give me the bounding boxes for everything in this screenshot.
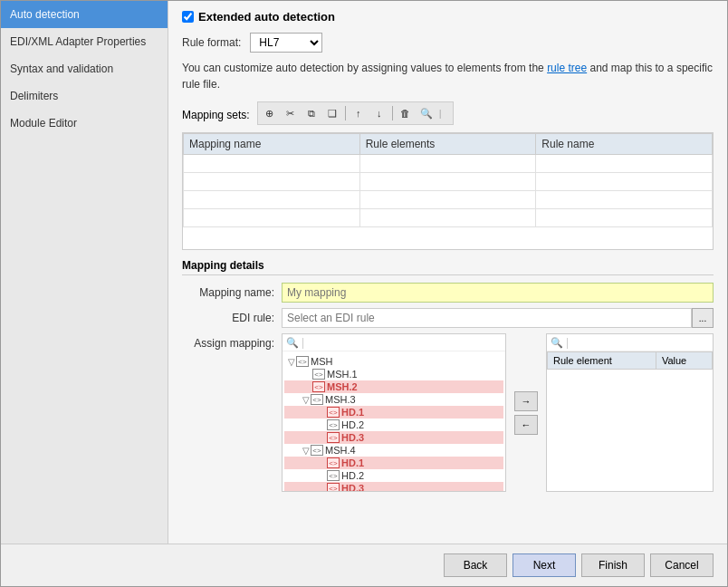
hd3-label: HD.3 (341, 432, 364, 443)
edi-rule-field: ... (282, 308, 714, 328)
hd2b-icon: <> (327, 470, 340, 481)
toolbar-sep2 (392, 106, 393, 120)
assign-mapping-row: Assign mapping: 🔍 | (182, 333, 714, 492)
rule-format-select[interactable]: HL7 X12 EDIFACT (250, 33, 322, 53)
edi-rule-row: EDI rule: ... (182, 308, 714, 328)
col-mapping-name: Mapping name (184, 134, 360, 155)
tree-search-bar: 🔍 | (283, 334, 505, 351)
assign-right-btn[interactable]: → (514, 391, 538, 411)
assign-mapping-content: 🔍 | ▽ <> MSH (282, 333, 714, 492)
extended-auto-detection-checkbox[interactable] (182, 11, 194, 23)
tree-item-msh4[interactable]: ▽ <> MSH.4 (284, 444, 503, 457)
mapping-sets-toolbar: ⊕ ✂ ⧉ ❑ ↑ ↓ 🗑 🔍 | (257, 101, 454, 125)
toolbar-copy-btn[interactable]: ⧉ (302, 104, 321, 122)
hd2b-label: HD.2 (341, 470, 364, 481)
hd1b-label: HD.1 (341, 457, 364, 468)
sidebar-item-syntax-validation[interactable]: Syntax and validation (1, 55, 168, 82)
mapping-name-label: Mapping name: (182, 286, 282, 299)
bottom-bar: Back Next Finish Cancel (1, 544, 727, 586)
msh4-icon: <> (311, 445, 323, 456)
hd1b-icon: <> (327, 457, 340, 468)
edi-rule-browse-btn[interactable]: ... (692, 308, 714, 328)
hd2-icon: <> (327, 419, 340, 430)
hd1-label: HD.1 (341, 407, 364, 418)
rule-col-value: Value (656, 352, 712, 370)
rule-search-icon: 🔍 (551, 337, 563, 349)
sidebar-item-delimiters[interactable]: Delimiters (1, 82, 168, 110)
mapping-details: Mapping details Mapping name: EDI rule: … (182, 259, 714, 492)
table-row[interactable] (184, 173, 713, 191)
sidebar-item-edi-xml[interactable]: EDI/XML Adapter Properties (1, 28, 168, 55)
tree-item-hd2b[interactable]: <> HD.2 (284, 469, 503, 482)
tree-item-msh3[interactable]: ▽ <> MSH.3 (284, 393, 503, 406)
col-rule-elements: Rule elements (359, 134, 536, 155)
sidebar-item-auto-detection[interactable]: Auto detection (1, 1, 168, 28)
tree-item-hd1[interactable]: <> HD.1 (284, 406, 503, 419)
extended-auto-detection-label: Extended auto detection (198, 10, 335, 24)
table-row[interactable] (184, 209, 713, 227)
tree-panel: 🔍 | ▽ <> MSH (282, 333, 506, 492)
msh1-label: MSH.1 (327, 369, 358, 380)
mapping-details-title: Mapping details (182, 259, 714, 275)
info-text: You can customize auto detection by assi… (182, 60, 714, 92)
toolbar-cut-btn[interactable]: ✂ (281, 104, 301, 122)
toolbar-search-btn[interactable]: 🔍 (417, 104, 436, 122)
toolbar-up-btn[interactable]: ↑ (349, 104, 369, 122)
msh3-icon: <> (311, 394, 323, 405)
back-button[interactable]: Back (444, 553, 507, 577)
msh-icon: <> (296, 356, 309, 367)
toolbar-down-btn[interactable]: ↓ (369, 104, 389, 122)
table-row[interactable] (184, 155, 713, 173)
tree-item-msh1[interactable]: <> MSH.1 (284, 368, 503, 380)
assign-mapping-label: Assign mapping: (182, 333, 282, 350)
tree-body[interactable]: ▽ <> MSH <> MSH.1 (283, 351, 505, 491)
next-button[interactable]: Next (512, 553, 576, 577)
rule-tree-link[interactable]: rule tree (547, 62, 587, 74)
mapping-sets-label-row: Mapping sets: ⊕ ✂ ⧉ ❑ ↑ ↓ 🗑 🔍 | (182, 101, 714, 129)
rule-panel: 🔍 | Rule element Value (546, 333, 714, 492)
col-rule-name: Rule name (536, 134, 713, 155)
tree-item-msh[interactable]: ▽ <> MSH (284, 355, 503, 368)
sidebar-item-module-editor[interactable]: Module Editor (1, 110, 168, 137)
rule-format-row: Rule format: HL7 X12 EDIFACT (182, 33, 714, 53)
rule-format-label: Rule format: (182, 36, 241, 49)
sidebar: Auto detection EDI/XML Adapter Propertie… (1, 1, 168, 544)
edi-rule-input[interactable] (282, 308, 692, 328)
toolbar-delete-btn[interactable]: 🗑 (396, 104, 416, 122)
rule-col-element: Rule element (548, 352, 656, 370)
hd2-label: HD.2 (341, 419, 364, 430)
mapping-table: Mapping name Rule elements Rule name (183, 133, 713, 227)
table-row[interactable] (184, 191, 713, 209)
tree-search-icon: 🔍 (286, 337, 299, 349)
rule-search-bar: 🔍 | (547, 334, 713, 351)
msh2-label: MSH.2 (327, 381, 358, 392)
rule-table: Rule element Value (547, 351, 713, 370)
mapping-name-input[interactable] (282, 283, 714, 303)
hd3b-icon: <> (327, 483, 340, 491)
tree-item-hd3b[interactable]: <> HD.3 (284, 482, 503, 491)
hd3b-label: HD.3 (341, 483, 364, 491)
hd1-icon: <> (327, 407, 340, 418)
tree-item-msh2[interactable]: <> MSH.2 (284, 380, 503, 393)
mapping-sets-section: Mapping sets: ⊕ ✂ ⧉ ❑ ↑ ↓ 🗑 🔍 | (182, 101, 714, 250)
assign-left-btn[interactable]: ← (514, 415, 538, 435)
mapping-sets-label: Mapping sets: (182, 109, 250, 121)
msh1-icon: <> (312, 369, 325, 380)
toolbar-add-btn[interactable]: ⊕ (260, 104, 280, 122)
hd3-icon: <> (327, 432, 340, 443)
extended-auto-detection-row: Extended auto detection (182, 10, 714, 24)
msh4-label: MSH.4 (325, 445, 356, 456)
tree-item-hd2[interactable]: <> HD.2 (284, 419, 503, 431)
cancel-button[interactable]: Cancel (650, 553, 714, 577)
tree-item-hd1b[interactable]: <> HD.1 (284, 457, 503, 469)
finish-button[interactable]: Finish (581, 553, 645, 577)
msh-label: MSH (311, 356, 332, 367)
tree-item-hd3[interactable]: <> HD.3 (284, 431, 503, 444)
edi-rule-label: EDI rule: (182, 312, 282, 324)
msh3-label: MSH.3 (325, 394, 356, 405)
main-panel: Extended auto detection Rule format: HL7… (168, 1, 727, 544)
toolbar-paste-btn[interactable]: ❑ (322, 104, 342, 122)
toolbar-sep1 (345, 106, 346, 120)
mapping-table-container: Mapping name Rule elements Rule name (182, 132, 714, 250)
mapping-name-row: Mapping name: (182, 283, 714, 303)
